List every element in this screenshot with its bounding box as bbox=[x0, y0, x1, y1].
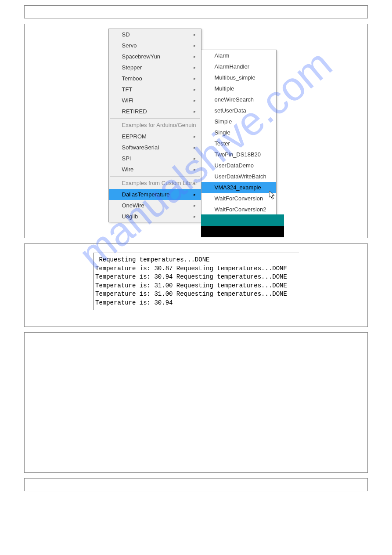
submenu-item-userdatawritebatch[interactable]: UserDataWriteBatch bbox=[201, 171, 276, 182]
menu-item-label: Stepper bbox=[122, 64, 142, 71]
menu-item-servo[interactable]: Servo▸ bbox=[109, 40, 201, 51]
submenu-item-label: Single bbox=[215, 129, 230, 136]
menu-item-u8glib[interactable]: U8glib▸ bbox=[109, 211, 201, 222]
chevron-right-icon: ▸ bbox=[194, 192, 196, 197]
menu-item-label: SPI bbox=[122, 155, 131, 162]
menu-item-label: OneWire bbox=[122, 202, 144, 209]
menu-item-label: RETIRED bbox=[122, 108, 147, 115]
submenu-item-label: AlarmHandler bbox=[215, 63, 249, 70]
menu-item-label: WiFi bbox=[122, 97, 133, 104]
menu-item-label: Temboo bbox=[122, 75, 142, 82]
menu-item-sd[interactable]: SD▸ bbox=[109, 29, 201, 40]
submenu-item-label: setUserData bbox=[215, 107, 246, 114]
menu-item-retired[interactable]: RETIRED▸ bbox=[109, 106, 201, 117]
chevron-right-icon: ▸ bbox=[194, 54, 196, 59]
chevron-right-icon: ▸ bbox=[194, 98, 196, 103]
menu-item-tft[interactable]: TFT▸ bbox=[109, 84, 201, 95]
submenu-item-label: Multiple bbox=[215, 85, 234, 92]
footer-bar bbox=[24, 478, 368, 491]
submenu-item-label: oneWireSearch bbox=[215, 96, 254, 103]
menu-item-label: DallasTemperature bbox=[122, 191, 170, 198]
chevron-right-icon: ▸ bbox=[194, 65, 196, 70]
submenu-item-label: UserDataDemo bbox=[215, 162, 254, 169]
menu-item-label: U8glib bbox=[122, 213, 138, 220]
chevron-right-icon: ▸ bbox=[194, 134, 196, 139]
chevron-right-icon: ▸ bbox=[194, 156, 196, 161]
menu-item-eeprom[interactable]: EEPROM▸ bbox=[109, 131, 201, 142]
ide-status-bar-teal bbox=[201, 214, 284, 226]
chevron-right-icon: ▸ bbox=[194, 167, 196, 172]
menu-item-label: Wire bbox=[122, 166, 134, 173]
submenu-item-label: UserDataWriteBatch bbox=[215, 173, 266, 180]
menu-item-spacebrewyun[interactable]: SpacebrewYun▸ bbox=[109, 51, 201, 62]
menu-item-temboo[interactable]: Temboo▸ bbox=[109, 73, 201, 84]
submenu-item-waitforconversion[interactable]: WaitForConversion bbox=[201, 193, 276, 204]
menu-item-label: SoftwareSerial bbox=[122, 144, 159, 151]
menu-item-label: EEPROM bbox=[122, 133, 147, 140]
menu-capture: SD▸Servo▸SpacebrewYun▸Stepper▸Temboo▸TFT… bbox=[108, 29, 284, 235]
submenu-item-label: WaitForConversion2 bbox=[215, 206, 266, 213]
submenu-item-multiple[interactable]: Multiple bbox=[201, 83, 276, 94]
ide-menu-screenshot: SD▸Servo▸SpacebrewYun▸Stepper▸Temboo▸TFT… bbox=[24, 24, 368, 238]
menu-section-header: Examples from Custom Librar bbox=[109, 178, 201, 189]
submenu-item-alarm[interactable]: Alarm bbox=[201, 50, 276, 61]
menu-item-stepper[interactable]: Stepper▸ bbox=[109, 62, 201, 73]
menu-item-label: SpacebrewYun bbox=[122, 53, 160, 60]
submenu-item-alarmhandler[interactable]: AlarmHandler bbox=[201, 61, 276, 72]
dallas-temperature-submenu: AlarmAlarmHandlerMultibus_simpleMultiple… bbox=[201, 50, 277, 215]
menu-item-spi[interactable]: SPI▸ bbox=[109, 153, 201, 164]
menu-item-label: TFT bbox=[122, 86, 133, 93]
chevron-right-icon: ▸ bbox=[194, 87, 196, 92]
chevron-right-icon: ▸ bbox=[194, 43, 196, 48]
header-bar bbox=[24, 5, 368, 18]
menu-item-label: SD bbox=[122, 31, 130, 38]
submenu-item-setuserdata[interactable]: setUserData bbox=[201, 105, 276, 116]
submenu-item-twopin-ds18b20[interactable]: TwoPin_DS18B20 bbox=[201, 149, 276, 160]
submenu-item-label: Multibus_simple bbox=[215, 74, 255, 81]
submenu-item-label: Tester bbox=[215, 140, 230, 147]
ide-status-bar-black bbox=[201, 226, 284, 237]
chevron-right-icon: ▸ bbox=[194, 76, 196, 81]
menu-item-wire[interactable]: Wire▸ bbox=[109, 164, 201, 175]
submenu-item-waitforconversion2[interactable]: WaitForConversion2 bbox=[201, 204, 276, 215]
submenu-item-label: VMA324_example bbox=[215, 184, 261, 191]
menu-separator bbox=[110, 118, 200, 119]
examples-menu: SD▸Servo▸SpacebrewYun▸Stepper▸Temboo▸TFT… bbox=[108, 29, 201, 222]
menu-item-wifi[interactable]: WiFi▸ bbox=[109, 95, 201, 106]
chevron-right-icon: ▸ bbox=[194, 32, 196, 37]
submenu-item-single[interactable]: Single bbox=[201, 127, 276, 138]
chevron-right-icon: ▸ bbox=[194, 145, 196, 150]
submenu-item-onewiresearch[interactable]: oneWireSearch bbox=[201, 94, 276, 105]
submenu-item-label: Alarm bbox=[215, 52, 230, 59]
empty-panel bbox=[24, 332, 368, 473]
chevron-right-icon: ▸ bbox=[194, 203, 196, 208]
submenu-item-label: Simple bbox=[215, 118, 232, 125]
submenu-item-vma324-example[interactable]: VMA324_example bbox=[201, 182, 276, 193]
menu-item-dallastemperature[interactable]: DallasTemperature▸ bbox=[109, 189, 201, 200]
menu-section-header: Examples for Arduino/Genuin bbox=[109, 120, 201, 131]
submenu-item-tester[interactable]: Tester bbox=[201, 138, 276, 149]
menu-item-onewire[interactable]: OneWire▸ bbox=[109, 200, 201, 211]
submenu-item-label: WaitForConversion bbox=[215, 195, 263, 202]
chevron-right-icon: ▸ bbox=[194, 109, 196, 114]
submenu-item-label: TwoPin_DS18B20 bbox=[215, 151, 261, 158]
serial-monitor-panel: Requesting temperatures...DONE Temperatu… bbox=[24, 243, 368, 327]
serial-monitor-output: Requesting temperatures...DONE Temperatu… bbox=[93, 253, 299, 310]
submenu-item-simple[interactable]: Simple bbox=[201, 116, 276, 127]
submenu-item-multibus-simple[interactable]: Multibus_simple bbox=[201, 72, 276, 83]
menu-item-softwareserial[interactable]: SoftwareSerial▸ bbox=[109, 142, 201, 153]
submenu-item-userdatademo[interactable]: UserDataDemo bbox=[201, 160, 276, 171]
chevron-right-icon: ▸ bbox=[194, 214, 196, 219]
ide-color-bars bbox=[201, 214, 284, 237]
menu-separator bbox=[110, 176, 200, 177]
menu-item-label: Servo bbox=[122, 42, 137, 49]
